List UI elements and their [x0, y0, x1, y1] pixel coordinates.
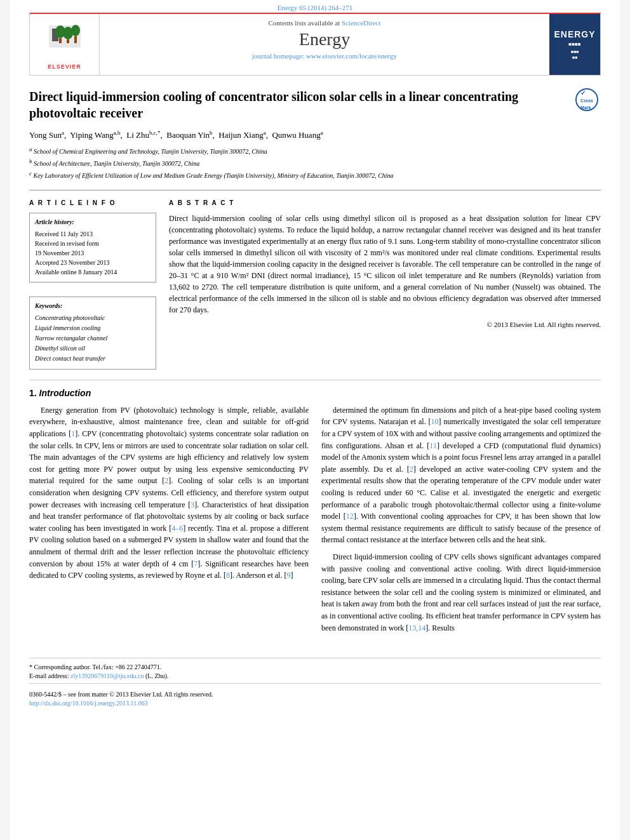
keyword-5: Direct contact heat transfer — [35, 354, 151, 364]
ref-1-link[interactable]: 1 — [71, 429, 75, 438]
ref-13-14-link[interactable]: 13,14 — [408, 623, 426, 632]
energy-badge-container: ENERGY ■■■■ ■■■ ■■ — [549, 14, 600, 75]
keyword-4: Dimethyl silicon oil — [35, 343, 151, 354]
keywords-box: Keywords: Concentrating photovoltaic Liq… — [29, 297, 156, 370]
author-4: Baoquan Yin — [166, 130, 210, 140]
issn-line: 0360-5442/$ – see front matter © 2013 El… — [29, 691, 601, 698]
article-info-box: Article history: Received 11 July 2013 R… — [29, 213, 156, 283]
journal-header: ELSEVIER Contents lists available at Sci… — [29, 13, 601, 76]
ref-8-link[interactable]: 8 — [226, 571, 230, 580]
intro-right-col: determined the optimum fin dimensions an… — [321, 404, 601, 639]
journal-homepage: journal homepage: www.elsevier.com/locat… — [112, 52, 537, 60]
corresponding-note: * Corresponding author. Tel./fax: +86 22… — [29, 663, 601, 670]
revised-date: 19 November 2013 — [35, 248, 151, 258]
article-title: Direct liquid-immersion cooling of conce… — [29, 88, 569, 121]
affil-a: a School of Chemical Engineering and Tec… — [29, 145, 601, 156]
author-1: Yong Sun — [29, 130, 62, 140]
author-3: Li Zhu — [126, 130, 149, 140]
history-label: Article history: — [35, 218, 151, 225]
ref-10-link[interactable]: 10 — [431, 417, 439, 426]
svg-point-4 — [71, 25, 80, 36]
journal-reference: Energy 65 (2014) 264–271 — [10, 0, 620, 13]
author-5: Haijun Xiang — [218, 130, 263, 140]
received-date: Received 11 July 2013 — [35, 229, 151, 239]
sciencedirect-line: Contents lists available at ScienceDirec… — [112, 19, 537, 27]
svg-rect-7 — [74, 36, 77, 43]
elsevier-logo-container: ELSEVIER — [30, 14, 100, 75]
ref-2-link[interactable]: 2 — [164, 476, 168, 485]
affil-c: c Key Laboratory of Efficient Utilizatio… — [29, 170, 601, 180]
svg-rect-5 — [59, 38, 62, 43]
ref-7-link[interactable]: 7 — [194, 559, 198, 568]
keyword-2: Liquid immersion cooling — [35, 323, 151, 333]
left-info-col: A R T I C L E I N F O Article history: R… — [29, 199, 156, 370]
abstract-text: Direct liquid-immersion cooling of solar… — [169, 213, 601, 330]
introduction-section: 1. Introduction Energy generation from P… — [29, 380, 601, 639]
keywords-label: Keywords: — [35, 302, 151, 309]
info-abstract-section: A R T I C L E I N F O Article history: R… — [29, 190, 601, 370]
journal-center-header: Contents lists available at ScienceDirec… — [100, 14, 549, 75]
intro-body: Energy generation from PV (photovoltaic)… — [29, 404, 601, 639]
affil-b: b School of Architecture, Tianjin Univer… — [29, 157, 601, 168]
copyright-line: © 2013 Elsevier Ltd. All rights reserved… — [169, 319, 601, 330]
ref-3-link[interactable]: 3 — [191, 500, 194, 509]
sciencedirect-link[interactable]: ScienceDirect — [342, 19, 381, 27]
ref-11-link[interactable]: 11 — [429, 441, 437, 450]
keyword-1: Concentrating photovoltaic — [35, 313, 151, 323]
author-6: Qunwu Huang — [272, 130, 320, 140]
intro-left-col: Energy generation from PV (photovoltaic)… — [29, 404, 309, 639]
journal-name: Energy — [112, 29, 537, 50]
article-info-header: A R T I C L E I N F O — [29, 199, 156, 206]
authors-line: Yong Suna, Yiping Wanga,b, Li Zhub,c,*, … — [29, 129, 601, 142]
energy-badge: ENERGY ■■■■ ■■■ ■■ — [554, 29, 595, 61]
doi-link[interactable]: http://dx.doi.org/10.1016/j.energy.2013.… — [29, 700, 148, 707]
crossmark-badge: ✓CrossMark — [575, 88, 601, 114]
available-date: Available online 8 January 2014 — [35, 267, 151, 277]
elsevier-wordmark: ELSEVIER — [43, 63, 87, 70]
elsevier-logo: ELSEVIER — [43, 19, 87, 70]
accepted-date: Accepted 23 November 2013 — [35, 258, 151, 267]
revised-label: Received in revised form — [35, 239, 151, 248]
affiliations: a School of Chemical Engineering and Tec… — [29, 145, 601, 181]
svg-rect-6 — [67, 39, 69, 43]
elsevier-tree-icon — [43, 19, 87, 57]
ref-9-link[interactable]: 9 — [286, 571, 290, 580]
title-section: Direct liquid-immersion cooling of conce… — [29, 88, 601, 121]
abstract-header: A B S T R A C T — [169, 199, 601, 206]
footer-section: * Corresponding author. Tel./fax: +86 22… — [29, 658, 601, 715]
email-line: E-mail address: zly13920679110@tju.edu.c… — [29, 672, 601, 679]
section-1-title: 1. Introduction — [29, 388, 601, 398]
article-content: Direct liquid-immersion cooling of conce… — [10, 76, 620, 728]
doi-link-line: http://dx.doi.org/10.1016/j.energy.2013.… — [29, 700, 601, 707]
email-link[interactable]: zly13920679110@tju.edu.cn — [70, 672, 144, 679]
author-2: Yiping Wang — [70, 130, 113, 140]
abstract-col: A B S T R A C T Direct liquid-immersion … — [169, 199, 601, 370]
ref-4-6-link[interactable]: 4–6 — [171, 524, 183, 533]
ref-12-link[interactable]: 12 — [346, 512, 354, 521]
ref-2b-link[interactable]: 2 — [410, 465, 413, 474]
keyword-3: Narrow rectangular channel — [35, 333, 151, 343]
